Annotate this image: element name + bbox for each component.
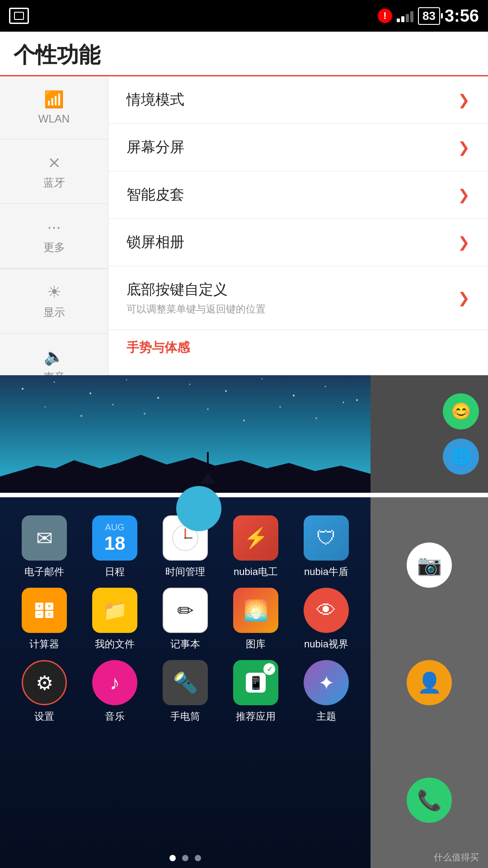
lockscreen-arrow: ❯ [458, 234, 470, 251]
app-notes[interactable]: ✏ 记事本 [154, 588, 217, 651]
app-recommend[interactable]: 📱 ✓ 推荐应用 [224, 660, 287, 723]
menu-item-splitscreen[interactable]: 屏幕分屏 ❯ [108, 124, 488, 171]
svg-point-3 [126, 379, 127, 381]
settings-app-label: 设置 [34, 710, 54, 723]
settings-title: 个性功能 [0, 32, 488, 76]
sidebar-more-label: 更多 [43, 240, 65, 255]
gesture-section-header: 手势与体感 [108, 330, 488, 361]
menu-item-touchgesture[interactable]: 触摸手势 在屏幕上使用触进行快捷操作 ❯ [108, 361, 488, 375]
sidebar-item-bluetooth[interactable]: ⨯ 蓝牙 [0, 139, 108, 204]
watermark: 什么值得买 [434, 851, 479, 863]
nubia-power-label: nubia电工 [234, 565, 278, 579]
settings-panel: 个性功能 📶 WLAN ⨯ 蓝牙 ··· 更多 ☀ 显示 [0, 32, 488, 375]
app-files[interactable]: 📁 我的文件 [83, 588, 146, 651]
smartcover-title: 智能皮套 [127, 185, 458, 205]
wifi-icon: 📶 [44, 90, 64, 109]
app-settings[interactable]: ⚙ 设置 [13, 660, 76, 723]
sidebar-item-more[interactable]: ··· 更多 [0, 204, 108, 269]
app-gallery[interactable]: 🌅 图库 [224, 588, 287, 651]
sky-background [0, 375, 371, 493]
recommend-icon: 📱 ✓ [233, 660, 278, 705]
svg-point-4 [157, 397, 159, 399]
menu-item-bottomkeys[interactable]: 底部按键自定义 可以调整菜单键与返回键的位置 ❯ [108, 266, 488, 330]
svg-point-13 [113, 404, 114, 406]
battery-icon: 83 [418, 7, 440, 25]
calculator-label: 计算器 [29, 637, 59, 651]
page-dots [169, 855, 201, 861]
app-nubia-vision[interactable]: 👁 nubia视界 [295, 588, 358, 651]
user-app-icon[interactable]: 👤 [407, 660, 452, 705]
calculator-icon: + × − = [22, 588, 67, 633]
theme-label: 主题 [316, 710, 336, 723]
ambient-title: 情境模式 [127, 90, 458, 110]
settings-body: 📶 WLAN ⨯ 蓝牙 ··· 更多 ☀ 显示 🔈 声音 [0, 76, 488, 375]
gallery-label: 图库 [246, 637, 266, 651]
globe-button[interactable]: 🌐 [443, 439, 479, 475]
svg-point-1 [54, 382, 55, 383]
app-torch[interactable]: 🔦 手电筒 [154, 660, 217, 723]
dot-1 [169, 855, 176, 861]
gallery-icon: 🌅 [233, 588, 278, 633]
email-label: 电子邮件 [24, 565, 64, 579]
drag-handle[interactable] [176, 486, 221, 531]
email-icon: ✉ [22, 515, 67, 561]
app-email[interactable]: ✉ 电子邮件 [13, 515, 76, 579]
screenshot-icon [9, 8, 29, 24]
bottomkeys-arrow: ❯ [458, 289, 470, 307]
svg-point-7 [262, 378, 263, 380]
sidebar-item-display[interactable]: ☀ 显示 [0, 269, 108, 334]
app-music[interactable]: ♪ 音乐 [83, 660, 146, 723]
app-grid: ✉ 电子邮件 AUG 18 日程 时 [0, 497, 371, 868]
app-nubia-power[interactable]: ⚡ nubia电工 [224, 515, 287, 579]
sidebar-item-wlan[interactable]: 📶 WLAN [0, 76, 108, 139]
svg-point-19 [343, 402, 344, 403]
app-row-3: ⚙ 设置 ♪ 音乐 🔦 手电筒 📱 ✓ [0, 656, 371, 728]
bluetooth-icon: ⨯ [47, 153, 61, 172]
display-icon: ☀ [47, 283, 61, 302]
nubia-shield-label: nubia牛盾 [304, 565, 348, 579]
svg-point-11 [45, 406, 46, 408]
nubia-power-icon: ⚡ [233, 515, 278, 561]
torch-icon: 🔦 [163, 660, 208, 705]
nubia-vision-label: nubia视界 [304, 637, 348, 651]
sidebar-wlan-label: WLAN [38, 113, 70, 125]
bottomkeys-title: 底部按键自定义 [127, 280, 458, 300]
dark-side-panel: 😊 🌐 [371, 375, 488, 493]
splitscreen-title: 屏幕分屏 [127, 137, 458, 157]
sidebar-bluetooth-label: 蓝牙 [43, 175, 65, 190]
theme-icon: ✦ [304, 660, 349, 705]
ambient-arrow: ❯ [458, 91, 470, 108]
svg-point-18 [315, 417, 317, 419]
svg-point-17 [280, 406, 281, 408]
recommend-label: 推荐应用 [236, 710, 276, 723]
settings-app-icon: ⚙ [22, 660, 67, 705]
settings-main-content: 情境模式 ❯ 屏幕分屏 ❯ 智能皮套 ❯ 锁屏相册 ❯ [108, 76, 488, 375]
svg-point-2 [89, 392, 91, 394]
status-bar: ! 83 3:56 [0, 0, 488, 32]
right-app-panel: 📷 👤 📞 [371, 497, 488, 868]
menu-item-ambient[interactable]: 情境模式 ❯ [108, 76, 488, 124]
app-nubia-shield[interactable]: 🛡 nubia牛盾 [295, 515, 358, 579]
torch-label: 手电筒 [170, 710, 200, 723]
sidebar-bottom: ☀ 显示 🔈 声音 📍 安全和位置 [0, 269, 108, 375]
sidebar-item-sound[interactable]: 🔈 声音 [0, 334, 108, 375]
settings-sidebar: 📶 WLAN ⨯ 蓝牙 ··· 更多 ☀ 显示 🔈 声音 [0, 76, 108, 375]
home-screen: 😊 🌐 ✉ 电子邮件 AUG 18 日程 [0, 375, 488, 868]
camera-app-icon[interactable]: 📷 [407, 542, 452, 588]
phone-app-icon[interactable]: 📞 [407, 778, 452, 823]
files-icon: 📁 [92, 588, 137, 633]
sidebar-sound-label: 声音 [43, 370, 65, 375]
svg-point-0 [22, 388, 23, 390]
status-time: 3:56 [445, 6, 479, 26]
svg-point-15 [207, 409, 209, 410]
menu-item-smartcover[interactable]: 智能皮套 ❯ [108, 171, 488, 219]
calendar-icon: AUG 18 [92, 515, 137, 561]
smiley-button[interactable]: 😊 [443, 393, 479, 429]
more-icon: ··· [47, 217, 61, 236]
app-calculator[interactable]: + × − = 计算器 [13, 588, 76, 651]
app-theme[interactable]: ✦ 主题 [295, 660, 358, 723]
sidebar-display-label: 显示 [43, 305, 65, 320]
menu-item-lockscreen[interactable]: 锁屏相册 ❯ [108, 219, 488, 266]
app-calendar[interactable]: AUG 18 日程 [83, 515, 146, 579]
dot-2 [182, 855, 188, 861]
